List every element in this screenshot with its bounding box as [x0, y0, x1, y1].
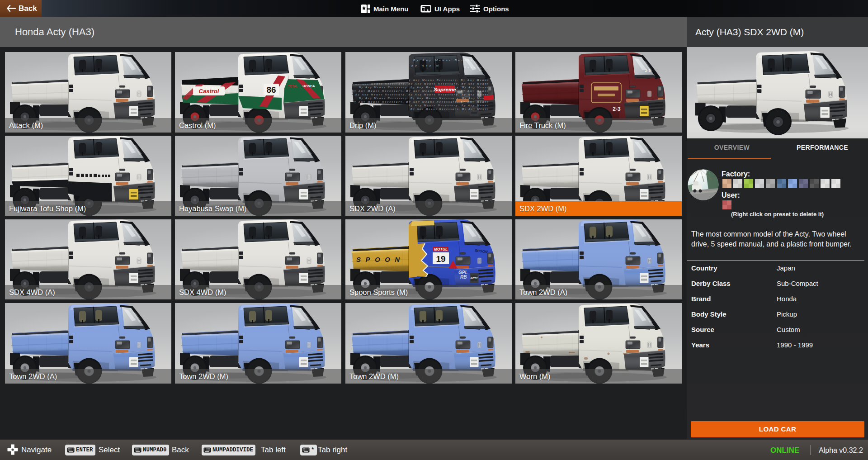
svg-text:By Any Means Necessary. By Any: By Any Means Necessary. By Any Means Nec… — [355, 93, 489, 96]
svg-text:2-3: 2-3 — [613, 106, 621, 112]
svg-text:19: 19 — [436, 254, 445, 264]
svg-text:86: 86 — [266, 85, 276, 95]
svg-text:2-3: 2-3 — [645, 68, 651, 73]
svg-text:Castrol: Castrol — [199, 88, 219, 95]
svg-text:ACTY: ACTY — [470, 277, 477, 280]
svg-text:Necessary: Necessary — [463, 66, 491, 69]
svg-text:HONDA: HONDA — [302, 84, 315, 88]
svg-text:Supreme: Supreme — [434, 87, 456, 92]
svg-text:By Any Means Necessary. By Any: By Any Means Necessary. By Any Means Nec… — [359, 97, 489, 100]
svg-text:By Any Means Necessary. By Any: By Any Means Necessary. By Any Means Nec… — [359, 86, 489, 89]
svg-text:RB: RB — [460, 275, 467, 280]
svg-text:MOTUL: MOTUL — [434, 247, 448, 251]
svg-text:TOTAL: TOTAL — [288, 85, 297, 88]
